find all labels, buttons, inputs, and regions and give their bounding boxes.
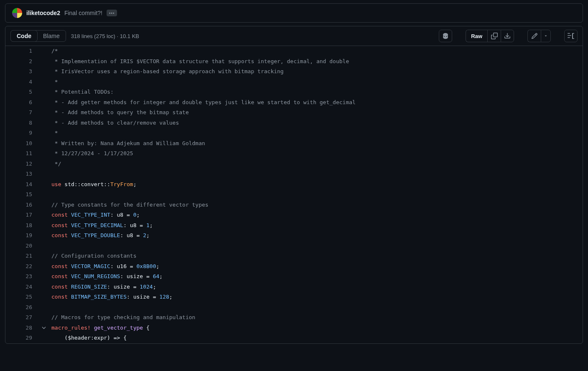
edit-icon[interactable] [527,30,541,42]
code-text: std [64,181,74,187]
code-text: const [51,294,68,300]
code-text: get_vector_type [94,325,143,331]
line-number[interactable]: 22 [5,261,40,272]
edit-dropdown-group [527,30,551,42]
line-number[interactable]: 17 [5,210,40,220]
raw-button[interactable]: Raw [466,30,487,42]
code-text: 0x8B00 [137,263,156,269]
code-view[interactable]: 1/* 2 * Implementation of IRIS $VECTOR d… [5,46,583,343]
code-text: REGION_SIZE [71,284,107,290]
code-text: * IrisVector uses a region-based storage… [51,68,284,74]
code-text: // Macros for type checking and manipula… [51,314,195,320]
code-text: VEC_TYPE_DOUBLE [71,232,120,238]
line-number[interactable]: 3 [5,67,40,77]
commit-author[interactable]: iliketocode2 [26,10,60,16]
commit-info-bar: iliketocode2 Final commit?! ••• [5,3,583,23]
line-number[interactable]: 18 [5,220,40,231]
avatar[interactable] [12,8,22,18]
line-number[interactable]: 28 [5,323,40,333]
code-text: * 12/27/2024 - 1/17/2025 [51,150,133,156]
line-number[interactable]: 15 [5,189,40,200]
raw-copy-download-group: Raw [466,30,514,42]
code-text: const [51,212,68,218]
line-number[interactable]: 9 [5,128,40,138]
line-number[interactable]: 29 [5,333,40,343]
tab-blame[interactable]: Blame [37,31,66,41]
commit-message[interactable]: Final commit?! [64,10,102,16]
code-text: ($header:expr) => { [51,335,127,341]
code-text: * [51,130,58,136]
code-text: use [51,181,61,187]
line-number[interactable]: 21 [5,251,40,261]
code-text: usize [127,273,143,279]
symbols-icon[interactable] [564,30,578,42]
line-number[interactable]: 1 [5,46,40,56]
code-text: * - Add methods to clear/remove values [51,120,179,126]
code-text: VEC_TYPE_DECIMAL [71,222,123,228]
file-header: Code Blame 318 lines (275 loc) · 10.1 KB… [5,26,583,46]
code-text: * [51,79,58,85]
line-number[interactable]: 14 [5,179,40,190]
line-number[interactable]: 24 [5,282,40,292]
line-number[interactable]: 16 [5,200,40,210]
line-number[interactable]: 7 [5,107,40,118]
code-text: 1 [146,222,150,228]
edit-dropdown-icon[interactable] [541,30,551,42]
code-text: const [51,273,68,279]
code-text: 1024 [140,284,153,290]
code-text: 2 [143,232,146,238]
fold-chevron-icon[interactable] [40,323,48,333]
code-text: u8 [127,232,133,238]
code-text: u8 [130,222,137,228]
code-text: VECTOR_MAGIC [71,263,110,269]
line-number[interactable]: 2 [5,56,40,67]
line-number[interactable]: 23 [5,271,40,282]
line-number[interactable]: 10 [5,138,40,149]
code-text: * - Add getter methods for integer and d… [51,99,356,105]
code-text: * - Add methods to query the bitmap stat… [51,109,189,115]
line-number[interactable]: 20 [5,241,40,251]
code-text: const [51,284,68,290]
code-text: convert [81,181,104,187]
code-text: const [51,263,68,269]
code-text: macro_rules! [51,325,91,331]
line-number[interactable]: 19 [5,230,40,241]
code-text: * Written by: Nana Adjekum and William G… [51,140,205,146]
line-number[interactable]: 8 [5,118,40,128]
code-text: * Implementation of IRIS $VECTOR data st… [51,58,349,64]
code-text: usize [133,294,150,300]
file-info-text: 318 lines (275 loc) · 10.1 KB [71,33,139,39]
copy-icon[interactable] [487,30,501,42]
code-text: u8 [117,212,124,218]
code-text: const [51,232,68,238]
line-number[interactable]: 11 [5,148,40,159]
line-number[interactable]: 26 [5,302,40,313]
code-text: 64 [153,273,160,279]
code-text: 0 [133,212,137,218]
code-text: * Potential TODOs: [51,89,114,95]
code-text: 128 [159,294,169,300]
tab-code[interactable]: Code [11,31,37,41]
download-icon[interactable] [501,30,514,42]
code-text: usize [114,284,130,290]
commit-ellipsis-button[interactable]: ••• [107,10,117,16]
code-text: /* [51,48,58,54]
copilot-icon[interactable] [439,30,452,42]
code-text: */ [51,161,61,167]
line-number[interactable]: 27 [5,312,40,323]
file-view-box: Code Blame 318 lines (275 loc) · 10.1 KB… [5,26,583,344]
line-number[interactable]: 5 [5,87,40,97]
code-text: // Type constants for the different vect… [51,202,209,208]
code-text: const [51,222,68,228]
line-number[interactable]: 4 [5,77,40,87]
code-text: BITMAP_SIZE_BYTES [71,294,127,300]
code-text: TryFrom [110,181,133,187]
code-text: VEC_NUM_REGIONS [71,273,120,279]
line-number[interactable]: 6 [5,97,40,108]
line-number[interactable]: 12 [5,159,40,169]
line-number[interactable]: 13 [5,169,40,179]
code-text: u16 [117,263,127,269]
code-blame-tabs: Code Blame [10,30,66,42]
code-text: VEC_TYPE_INT [71,212,110,218]
line-number[interactable]: 25 [5,292,40,302]
